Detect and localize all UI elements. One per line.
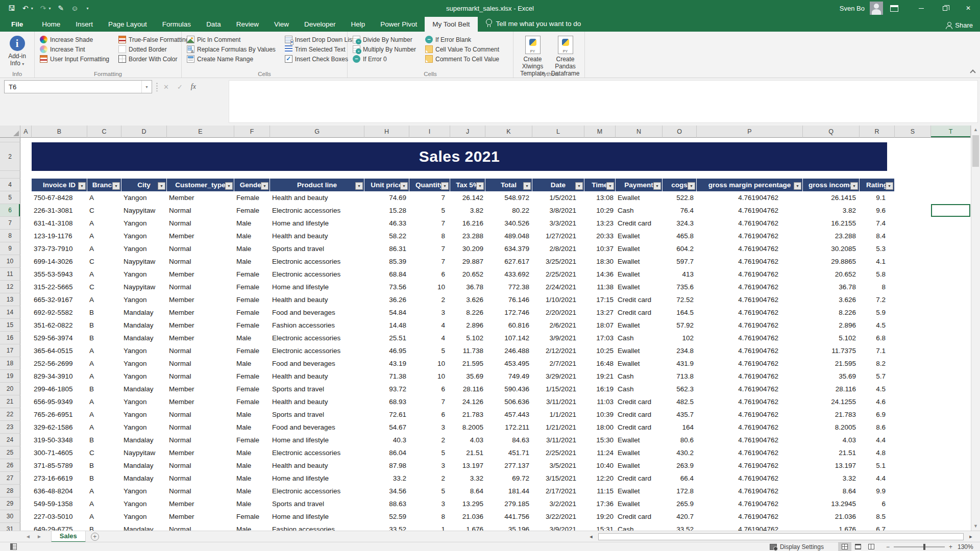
cell[interactable]: 16.216 <box>450 217 485 230</box>
cell[interactable]: Normal <box>167 344 234 357</box>
cell[interactable]: Home and lifestyle <box>270 434 364 446</box>
cell[interactable]: Male <box>234 230 270 242</box>
cell[interactable]: 15.28 <box>364 204 409 217</box>
cell[interactable]: 4.761904762 <box>697 191 803 204</box>
empty-cell[interactable] <box>20 472 32 485</box>
cell[interactable]: 1/15/2021 <box>532 383 584 395</box>
cell[interactable]: 5 <box>409 485 450 497</box>
column-header-k[interactable]: K <box>485 126 532 138</box>
cell[interactable]: 2.896 <box>450 319 485 332</box>
cell[interactable]: 692-92-5582 <box>32 306 87 319</box>
cell[interactable]: 2/8/2021 <box>532 242 584 255</box>
cell[interactable]: 5 <box>409 344 450 357</box>
cell[interactable]: C <box>87 204 121 217</box>
cell[interactable]: Female <box>234 281 270 293</box>
cell[interactable]: 549-59-1358 <box>32 497 87 510</box>
empty-cell[interactable] <box>20 523 32 531</box>
cell[interactable]: Ewallet <box>616 191 663 204</box>
cell[interactable]: 85.39 <box>364 255 409 268</box>
cell[interactable]: Member <box>167 230 234 242</box>
cell[interactable]: 252-56-2699 <box>32 357 87 370</box>
cell[interactable]: 4.6 <box>860 395 895 408</box>
cell[interactable]: 17:03 <box>584 332 616 344</box>
cell[interactable]: 3/11/2021 <box>532 395 584 408</box>
cell[interactable]: 4.761904762 <box>697 459 803 472</box>
cell[interactable]: B <box>87 459 121 472</box>
cell[interactable]: Yangon <box>121 191 167 204</box>
cell[interactable]: 4.4 <box>860 472 895 485</box>
cell[interactable]: 13:08 <box>584 191 616 204</box>
cell[interactable]: 5.102 <box>803 332 860 344</box>
undo-dropdown-icon[interactable]: ▾ <box>31 6 33 11</box>
cell[interactable]: Yangon <box>121 497 167 510</box>
cell[interactable]: 430.2 <box>663 446 697 459</box>
cell[interactable]: 3.32 <box>803 472 860 485</box>
cell[interactable]: 300-71-4605 <box>32 446 87 459</box>
cell[interactable]: 13.295 <box>450 497 485 510</box>
scroll-left-icon[interactable]: ◄ <box>587 532 595 541</box>
cell[interactable]: Electronic accessories <box>270 446 364 459</box>
cell[interactable]: B <box>87 523 121 531</box>
cell[interactable]: 506.636 <box>485 395 532 408</box>
empty-cell[interactable] <box>20 497 32 510</box>
cell[interactable]: 522.8 <box>663 191 697 204</box>
cell[interactable]: 3/15/2021 <box>532 472 584 485</box>
column-header-a[interactable]: A <box>20 126 32 138</box>
table-column-header-cogs[interactable]: cogs▼ <box>663 179 697 191</box>
cell[interactable]: Electronic accessories <box>270 268 364 281</box>
row-header-18[interactable]: 18 <box>0 357 20 370</box>
cell[interactable]: Female <box>234 268 270 281</box>
cell[interactable]: 35.69 <box>450 370 485 383</box>
cell[interactable]: 765-26-6951 <box>32 408 87 421</box>
cell[interactable]: Mandalay <box>121 319 167 332</box>
name-box[interactable]: T6 ▼ <box>4 80 152 93</box>
cell[interactable]: 33.2 <box>364 472 409 485</box>
cell[interactable]: Electronic accessories <box>270 344 364 357</box>
cell[interactable]: 8.64 <box>450 485 485 497</box>
cell[interactable]: 340.526 <box>485 217 532 230</box>
cell[interactable]: 17:15 <box>584 293 616 306</box>
table-column-header-time[interactable]: Time▼ <box>584 179 616 191</box>
cell[interactable]: Yangon <box>121 395 167 408</box>
empty-cell[interactable] <box>20 255 32 268</box>
cell[interactable]: 8.2005 <box>450 421 485 434</box>
cell[interactable]: 489.048 <box>485 230 532 242</box>
cell[interactable]: 1/27/2021 <box>532 230 584 242</box>
cell[interactable]: 2 <box>409 293 450 306</box>
empty-cell[interactable] <box>20 217 32 230</box>
cell[interactable]: 4.761904762 <box>697 332 803 344</box>
cell[interactable]: Mandalay <box>121 459 167 472</box>
empty-cell[interactable] <box>20 344 32 357</box>
display-settings-button[interactable]: Display Settings <box>770 543 824 550</box>
zoom-slider-thumb[interactable] <box>923 544 925 550</box>
cell[interactable]: Female <box>234 191 270 204</box>
cell[interactable]: Yangon <box>121 408 167 421</box>
cell[interactable]: 431.9 <box>663 357 697 370</box>
row-header-blank[interactable] <box>0 171 20 179</box>
cell[interactable]: 54.84 <box>364 306 409 319</box>
cell[interactable]: 72.61 <box>364 408 409 421</box>
cell[interactable]: 13:27 <box>584 306 616 319</box>
cell[interactable]: 656-95-9349 <box>32 395 87 408</box>
cell[interactable]: 35.69 <box>803 370 860 383</box>
cell[interactable]: Yangon <box>121 230 167 242</box>
ribbon-tab-view[interactable]: View <box>266 17 297 32</box>
cell[interactable]: Female <box>234 204 270 217</box>
cell[interactable]: Sports and travel <box>270 408 364 421</box>
cell[interactable]: 8.4 <box>860 230 895 242</box>
filter-dropdown-icon[interactable]: ▼ <box>261 182 268 190</box>
row-header-2[interactable]: 2 <box>0 142 20 171</box>
cell[interactable]: 3/22/2021 <box>532 510 584 523</box>
empty-cell[interactable] <box>20 459 32 472</box>
cell[interactable]: 71.38 <box>364 370 409 383</box>
cell[interactable]: 9.6 <box>860 204 895 217</box>
row-header-8[interactable]: 8 <box>0 230 20 242</box>
cell[interactable]: Yangon <box>121 357 167 370</box>
cell[interactable]: Health and beauty <box>270 293 364 306</box>
column-header-r[interactable]: R <box>860 126 895 138</box>
cell[interactable]: 25.51 <box>364 332 409 344</box>
filter-dropdown-icon[interactable]: ▼ <box>355 182 363 190</box>
cell[interactable]: B <box>87 434 121 446</box>
cell[interactable]: Credit card <box>616 408 663 421</box>
cell[interactable]: 627.617 <box>485 255 532 268</box>
